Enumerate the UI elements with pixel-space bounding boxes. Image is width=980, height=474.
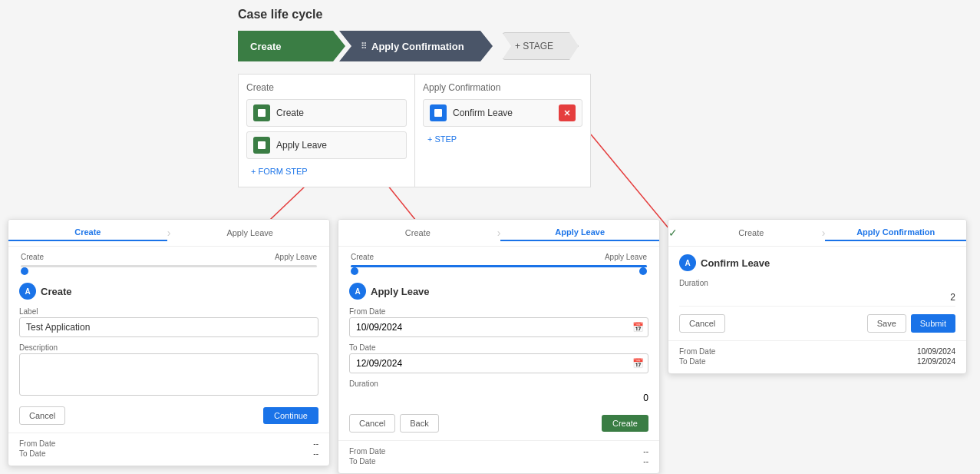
to-date-label: To Date — [349, 343, 648, 352]
panel3-tab-apply-conf[interactable]: Apply Confirmation — [825, 224, 966, 241]
panel1-prog-label1: Create — [21, 253, 44, 261]
create-step-1[interactable]: Create — [246, 99, 407, 127]
to-date-wrapper: 📅 — [349, 353, 648, 373]
create-step-2-label: Apply Leave — [276, 140, 400, 151]
footer-from-value: -- — [313, 439, 318, 448]
panel2-footer-to-value: -- — [643, 457, 648, 466]
label-input[interactable] — [19, 317, 318, 337]
panel3-footer-to: To Date 12/09/2024 — [679, 357, 955, 366]
confirm-leave-form-panel: ✓ Create › Apply Confirmation A Confirm … — [668, 219, 967, 374]
svg-rect-3 — [434, 109, 442, 117]
panel3-submit-btn[interactable]: Submit — [911, 314, 955, 333]
confirm-leave-step-label: Confirm Leave — [453, 108, 556, 118]
add-form-step-label: + FORM STEP — [251, 167, 308, 176]
panel3-cancel-btn[interactable]: Cancel — [679, 314, 725, 333]
from-date-wrapper: 📅 — [349, 317, 648, 337]
stages-row: Create ⠿ Apply Confirmation + STAGE — [238, 31, 965, 61]
from-date-field: From Date 📅 — [349, 307, 648, 337]
add-step-btn[interactable]: + STEP — [423, 131, 461, 147]
apply-conf-steps-label: Apply Confirmation — [423, 82, 582, 93]
duration-value: 0 — [349, 389, 648, 406]
stage-apply-conf-btn[interactable]: ⠿ Apply Confirmation — [339, 31, 493, 61]
from-date-cal-icon: 📅 — [632, 322, 644, 333]
panel3-body: A Confirm Leave Duration 2 Cancel Save S… — [668, 247, 966, 340]
steps-container: Create Create Apply Leave + FORM STEP Ap… — [238, 74, 965, 187]
create-stage-label: Create — [250, 41, 281, 52]
panel1-tab-create[interactable]: Create — [8, 224, 167, 241]
add-step-label: + STEP — [427, 134, 457, 144]
panel1-footer: From Date -- To Date -- — [8, 433, 329, 466]
from-date-input[interactable] — [349, 317, 648, 337]
panel1-track — [21, 265, 317, 267]
create-form-panel: Create › Apply Leave Create Apply Leave … — [8, 219, 330, 466]
panel2-avatar: A — [349, 283, 366, 300]
label-field-label: Label — [19, 307, 318, 316]
panel2-progress: Create Apply Leave — [338, 247, 659, 275]
confirm-leave-step-icon — [430, 104, 447, 121]
add-stage-label: + STAGE — [515, 41, 553, 51]
description-textarea[interactable] — [19, 353, 318, 396]
add-form-step-btn[interactable]: + FORM STEP — [246, 164, 312, 179]
add-stage-btn[interactable]: + STAGE — [502, 32, 579, 60]
panel1-cancel-btn[interactable]: Cancel — [19, 406, 65, 425]
apply-conf-stage-steps: Apply Confirmation Confirm Leave + STEP — [414, 74, 591, 187]
panel2-header: Create › Apply Leave — [338, 220, 659, 247]
panel2-footer-to-label: To Date — [349, 457, 375, 466]
panel3-duration-label: Duration — [679, 279, 955, 287]
panel2-progress-labels: Create Apply Leave — [351, 253, 647, 261]
panel2-tab-create[interactable]: Create — [338, 225, 497, 240]
apply-leave-step-icon — [253, 137, 270, 154]
to-date-cal-icon: 📅 — [632, 358, 644, 369]
apply-leave-form-panel: Create › Apply Leave Create Apply Leave … — [338, 219, 660, 474]
panel2-actions: Cancel Back Create — [349, 414, 648, 433]
panel1-footer-from: From Date -- — [19, 439, 318, 448]
panel1-avatar: A — [19, 283, 36, 300]
panel3-tab-create[interactable]: Create — [681, 225, 822, 240]
panel2-back-btn[interactable]: Back — [400, 414, 438, 433]
stage-create-btn[interactable]: Create — [238, 31, 345, 61]
panel3-save-btn[interactable]: Save — [867, 314, 906, 333]
panel3-form-title: Confirm Leave — [701, 257, 770, 269]
panels-row: Create › Apply Leave Create Apply Leave … — [0, 219, 980, 474]
panel1-progress-labels: Create Apply Leave — [21, 253, 317, 261]
panel1-form-title: Create — [41, 286, 71, 297]
panel1-body: A Create Label Description Cancel Contin… — [8, 275, 329, 433]
panel2-footer-from-label: From Date — [349, 447, 385, 456]
panel1-progress-bar — [21, 263, 317, 269]
panel1-continue-btn[interactable]: Continue — [263, 407, 318, 424]
panel1-tab-apply[interactable]: Apply Leave — [170, 225, 329, 240]
to-date-input[interactable] — [349, 353, 648, 373]
panel2-progress-bar — [351, 263, 647, 269]
footer-from-label: From Date — [19, 439, 55, 448]
panel3-right-actions: Save Submit — [867, 314, 955, 333]
panel2-body: A Apply Leave From Date 📅 To Date 📅 Dura… — [338, 275, 659, 440]
panel2-footer-to: To Date -- — [349, 457, 648, 466]
confirm-leave-step[interactable]: Confirm Leave — [423, 99, 582, 127]
svg-rect-1 — [258, 109, 266, 117]
panel2-fill — [351, 265, 647, 267]
panel1-actions: Cancel Continue — [19, 406, 318, 425]
description-field-label: Description — [19, 343, 318, 352]
panel2-footer-from-value: -- — [643, 447, 648, 456]
panel2-cancel-btn[interactable]: Cancel — [349, 414, 395, 433]
footer-to-value: -- — [313, 449, 318, 458]
panel3-footer-from: From Date 10/09/2024 — [679, 347, 955, 356]
panel1-header: Create › Apply Leave — [8, 220, 329, 247]
panel2-tab-apply[interactable]: Apply Leave — [500, 224, 659, 241]
apply-conf-stage-label: Apply Confirmation — [371, 41, 464, 52]
panel1-dot-left — [21, 267, 28, 275]
delete-step-btn[interactable] — [559, 104, 576, 121]
panel2-left-actions: Cancel Back — [349, 414, 439, 433]
panel2-footer-from: From Date -- — [349, 447, 648, 456]
panel1-prog-label2: Apply Leave — [275, 253, 317, 261]
create-step-2[interactable]: Apply Leave — [246, 131, 407, 159]
create-stage-steps: Create Create Apply Leave + FORM STEP — [238, 74, 414, 187]
panel2-prog-label1: Create — [351, 253, 374, 261]
footer-to-label: To Date — [19, 449, 45, 458]
panel3-avatar: A — [679, 254, 696, 271]
label-field: Label — [19, 307, 318, 337]
panel3-footer-from-value: 10/09/2024 — [917, 347, 955, 356]
create-step-1-label: Create — [276, 108, 400, 118]
panel2-create-btn[interactable]: Create — [602, 415, 648, 432]
duration-field-label: Duration — [349, 380, 648, 388]
